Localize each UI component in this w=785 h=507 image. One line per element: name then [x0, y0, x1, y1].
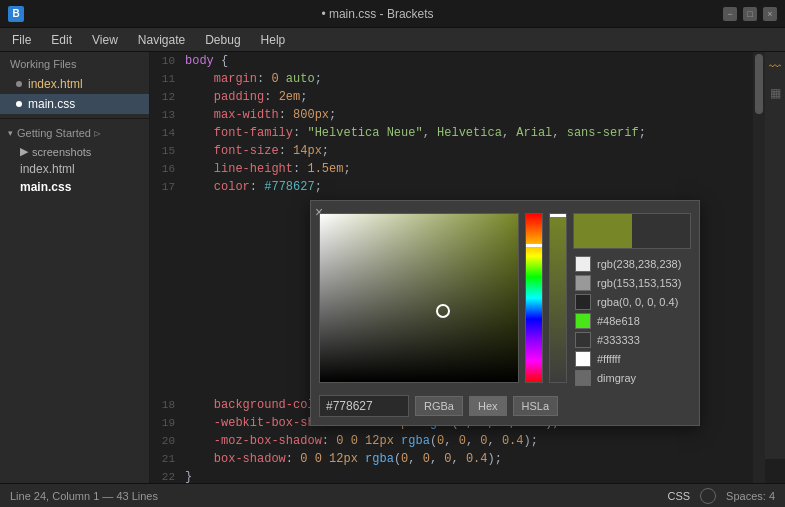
sidebar-filename: index.html: [28, 77, 83, 91]
color-preview-old: [632, 214, 690, 248]
sidebar: Working Files index.html main.css ▾ Gett…: [0, 52, 150, 483]
app-icon: B: [8, 6, 24, 22]
color-preview: [573, 213, 691, 249]
subfile-name: index.html: [20, 162, 75, 176]
swatch-item[interactable]: dimgray: [573, 369, 691, 387]
swatch-item[interactable]: rgba(0, 0, 0, 0.4): [573, 293, 691, 311]
sidebar-subfile-index[interactable]: index.html: [0, 160, 149, 178]
picker-cursor: [436, 304, 450, 318]
swatch-color: [575, 294, 591, 310]
scrollbar[interactable]: [753, 52, 765, 483]
code-line: 22 }: [150, 468, 785, 483]
code-line: 15 font-size: 14px;: [150, 142, 785, 160]
swatch-item[interactable]: #48e618: [573, 312, 691, 330]
swatch-label: #ffffff: [597, 353, 620, 365]
hex-input[interactable]: [319, 395, 409, 417]
code-line: 11 margin: 0 auto;: [150, 70, 785, 88]
picker-bottom: RGBa Hex HSLa: [319, 395, 691, 417]
rgba-mode-button[interactable]: RGBa: [415, 396, 463, 416]
hue-thumb: [526, 244, 542, 247]
swatch-label: rgba(0, 0, 0, 0.4): [597, 296, 678, 308]
scroll-thumb[interactable]: [755, 54, 763, 114]
swatch-color: [575, 256, 591, 272]
code-line: 12 padding: 2em;: [150, 88, 785, 106]
working-files-label: Working Files: [0, 52, 149, 74]
menu-navigate[interactable]: Navigate: [134, 31, 189, 49]
status-circle[interactable]: [700, 488, 716, 504]
swatch-label: dimgray: [597, 372, 636, 384]
alpha-slider[interactable]: [549, 213, 567, 383]
code-line: 20 -moz-box-shadow: 0 0 12px rgba(0, 0, …: [150, 432, 785, 450]
code-line: 16 line-height: 1.5em;: [150, 160, 785, 178]
alpha-thumb: [550, 214, 566, 217]
status-language: CSS: [667, 490, 690, 502]
subfile-name: main.css: [20, 180, 71, 194]
minimize-button[interactable]: −: [723, 7, 737, 21]
status-right: CSS Spaces: 4: [667, 488, 775, 504]
swatches-list: rgb(238,238,238) rgb(153,153,153) rgba(0…: [573, 255, 691, 387]
swatch-label: #333333: [597, 334, 640, 346]
titlebar: B • main.css - Brackets − □ ×: [0, 0, 785, 28]
sidebar-subfolder[interactable]: ▶ screenshots: [0, 143, 149, 160]
editor-area: 10 body { 11 margin: 0 auto; 12 padding:…: [150, 52, 785, 483]
statusbar: Line 24, Column 1 — 43 Lines CSS Spaces:…: [0, 483, 785, 507]
menu-edit[interactable]: Edit: [47, 31, 76, 49]
folder-arrow-icon: ▾: [8, 128, 13, 138]
menu-view[interactable]: View: [88, 31, 122, 49]
swatch-label: rgb(153,153,153): [597, 277, 681, 289]
hex-mode-button[interactable]: Hex: [469, 396, 507, 416]
swatch-label: rgb(238,238,238): [597, 258, 681, 270]
main-layout: Working Files index.html main.css ▾ Gett…: [0, 52, 785, 483]
sidebar-subfile-main[interactable]: main.css: [0, 178, 149, 196]
folder-arrow-right-icon: ⊳: [93, 128, 101, 139]
menu-debug[interactable]: Debug: [201, 31, 244, 49]
gradient-inner: [320, 214, 518, 382]
hue-slider[interactable]: [525, 213, 543, 383]
swatch-item[interactable]: rgb(238,238,238): [573, 255, 691, 273]
swatch-color: [575, 351, 591, 367]
swatch-label: #48e618: [597, 315, 640, 327]
subfolder-name: screenshots: [32, 146, 91, 158]
folder-section-title[interactable]: ▾ Getting Started ⊳: [0, 123, 149, 143]
code-line: 14 font-family: "Helvetica Neue", Helvet…: [150, 124, 785, 142]
picker-right: rgb(238,238,238) rgb(153,153,153) rgba(0…: [573, 213, 691, 387]
close-button[interactable]: ×: [763, 7, 777, 21]
swatch-item[interactable]: #ffffff: [573, 350, 691, 368]
menubar: File Edit View Navigate Debug Help: [0, 28, 785, 52]
swatch-item[interactable]: rgb(153,153,153): [573, 274, 691, 292]
file-dot: [16, 101, 22, 107]
sidebar-file-index-html[interactable]: index.html: [0, 74, 149, 94]
color-preview-new: [574, 214, 632, 248]
color-picker[interactable]: ×: [310, 200, 700, 426]
window-title: • main.css - Brackets: [32, 7, 723, 21]
sidebar-filename: main.css: [28, 97, 75, 111]
code-line: 13 max-width: 800px;: [150, 106, 785, 124]
gradient-box[interactable]: [319, 213, 519, 383]
swatch-color: [575, 332, 591, 348]
activity-icon[interactable]: 〰: [766, 58, 784, 76]
folder-icon: ▶: [20, 145, 28, 158]
sidebar-file-main-css[interactable]: main.css: [0, 94, 149, 114]
right-panel: 〰 ▦: [765, 52, 785, 459]
swatch-item[interactable]: #333333: [573, 331, 691, 349]
picker-top: rgb(238,238,238) rgb(153,153,153) rgba(0…: [319, 213, 691, 387]
code-line: 17 color: #778627;: [150, 178, 785, 196]
menu-file[interactable]: File: [8, 31, 35, 49]
menu-help[interactable]: Help: [257, 31, 290, 49]
status-spaces: Spaces: 4: [726, 490, 775, 502]
hsla-mode-button[interactable]: HSLa: [513, 396, 559, 416]
swatch-color: [575, 313, 591, 329]
status-position: Line 24, Column 1 — 43 Lines: [10, 490, 657, 502]
code-line: 10 body {: [150, 52, 785, 70]
code-line: 21 box-shadow: 0 0 12px rgba(0, 0, 0, 0.…: [150, 450, 785, 468]
sidebar-divider: [0, 118, 149, 119]
panel-icon-2[interactable]: ▦: [766, 84, 784, 102]
file-dot: [16, 81, 22, 87]
folder-section-label: Getting Started: [17, 127, 91, 139]
window-controls: − □ ×: [723, 7, 777, 21]
swatch-color: [575, 370, 591, 386]
swatch-color: [575, 275, 591, 291]
maximize-button[interactable]: □: [743, 7, 757, 21]
